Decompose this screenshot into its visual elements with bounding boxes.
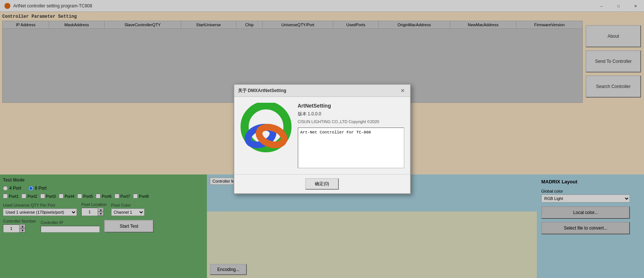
dialog-titlebar: 关于 DMXArtNetSetting ✕ bbox=[234, 85, 410, 97]
app-logo-svg bbox=[240, 103, 292, 155]
dialog-overlay: 关于 DMXArtNetSetting ✕ ArtNetSetting 版本 1… bbox=[0, 0, 644, 278]
dialog-close-button[interactable]: ✕ bbox=[399, 87, 406, 94]
dialog-title: 关于 DMXArtNetSetting bbox=[238, 88, 286, 94]
dialog-logo bbox=[240, 103, 292, 155]
dialog-version: 版本 1.0.0.0 bbox=[298, 111, 404, 117]
dialog-body: ArtNetSetting 版本 1.0.0.0 CISUN LIGHTING … bbox=[234, 97, 410, 174]
dialog-description[interactable] bbox=[298, 128, 404, 168]
dialog-info: ArtNetSetting 版本 1.0.0.0 CISUN LIGHTING … bbox=[298, 103, 404, 168]
dialog-ok-button[interactable]: 确定(0) bbox=[305, 178, 339, 190]
dialog-footer: 确定(0) bbox=[234, 174, 410, 193]
dialog-app-name: ArtNetSetting bbox=[298, 103, 404, 109]
about-dialog: 关于 DMXArtNetSetting ✕ ArtNetSetting 版本 1… bbox=[234, 84, 411, 194]
dialog-copyright: CISUN LIGHTING CO.,LTD Copyright ©2020 bbox=[298, 119, 404, 124]
